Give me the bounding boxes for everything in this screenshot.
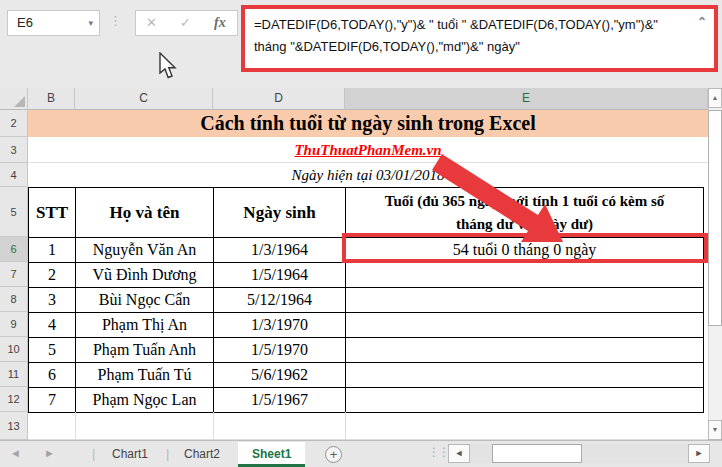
brand-link-text[interactable]: ThuThuatPhanMem.vn: [294, 142, 441, 158]
cell-D10[interactable]: 1/5/1970: [214, 338, 346, 363]
tab-sheet1-active[interactable]: Sheet1: [238, 442, 305, 467]
select-all-triangle-icon: [14, 96, 25, 107]
horizontal-scrollbar-thumb[interactable]: [492, 444, 582, 463]
cell-E8[interactable]: [346, 288, 704, 313]
table-row: 6 Phạm Tuấn Tú 5/6/1962: [29, 363, 704, 388]
cell-B8[interactable]: 3: [29, 288, 76, 313]
row-header-9[interactable]: 9: [0, 312, 28, 337]
name-box-dropdown-icon[interactable]: ▾: [88, 11, 93, 35]
tab-chart2[interactable]: Chart2: [170, 442, 234, 467]
cell-E9[interactable]: [346, 313, 704, 338]
cell-D6[interactable]: 1/3/1964: [214, 238, 346, 263]
tab-nav-right-icon[interactable]: ►: [44, 447, 55, 459]
current-date-cell[interactable]: Ngày hiện tại 03/01/2018: [28, 163, 708, 187]
tab-divider: |: [166, 446, 169, 461]
cancel-icon[interactable]: ✕: [146, 11, 157, 35]
cell-C12[interactable]: Phạm Ngọc Lan: [76, 388, 214, 413]
row-header-12[interactable]: 12: [0, 387, 28, 412]
row-header-4[interactable]: 4: [0, 163, 28, 187]
scroll-up-icon[interactable]: ▲: [708, 88, 722, 108]
row-header-10[interactable]: 10: [0, 337, 28, 362]
cell-C6[interactable]: Nguyễn Văn An: [76, 238, 214, 263]
insert-function-icon[interactable]: fx: [214, 11, 226, 35]
cell-D11[interactable]: 5/6/1962: [214, 363, 346, 388]
tab-chart1[interactable]: Chart1: [98, 442, 162, 467]
row-header-6[interactable]: 6: [0, 237, 28, 262]
cell-E11[interactable]: [346, 363, 704, 388]
formula-line-2: tháng "&DATEDIF(D6,TODAY(),"md")&" ngày": [254, 36, 686, 58]
column-header-E[interactable]: E: [345, 88, 708, 110]
gridline: [345, 412, 346, 440]
cell-B10[interactable]: 5: [29, 338, 76, 363]
excel-window: E6 ▾ ⋮ ✕ ✓ fx =DATEDIF(D6,TODAY(),"y")& …: [0, 0, 722, 467]
gridline: [213, 412, 214, 440]
header-cell-stt[interactable]: STT: [29, 188, 76, 238]
row-header-2[interactable]: 2: [0, 110, 28, 137]
table-row: 3 Bùi Ngọc Cẩn 5/12/1964: [29, 288, 704, 313]
cell-B11[interactable]: 6: [29, 363, 76, 388]
scroll-right-icon[interactable]: ►: [688, 444, 710, 463]
row-header-8[interactable]: 8: [0, 287, 28, 312]
row-header-13[interactable]: 13: [0, 412, 28, 440]
cell-C7[interactable]: Vũ Đình Dương: [76, 263, 214, 288]
cell-D7[interactable]: 1/5/1964: [214, 263, 346, 288]
cell-B7[interactable]: 2: [29, 263, 76, 288]
formula-toolbar: E6 ▾ ⋮ ✕ ✓ fx =DATEDIF(D6,TODAY(),"y")& …: [0, 0, 722, 88]
column-header-C[interactable]: C: [75, 88, 213, 110]
brand-link-cell[interactable]: ThuThuatPhanMem.vn: [28, 137, 708, 163]
add-sheet-icon[interactable]: +: [325, 446, 342, 463]
sheet-title-cell[interactable]: Cách tính tuổi từ ngày sinh trong Excel: [28, 110, 708, 137]
table-row: 7 Phạm Ngọc Lan 1/5/1967: [29, 388, 704, 413]
column-header-D[interactable]: D: [213, 88, 345, 110]
cell-C9[interactable]: Phạm Thị An: [76, 313, 214, 338]
tab-scrollbar-splitter-icon[interactable]: ⋮⋮: [428, 445, 448, 459]
cell-C8[interactable]: Bùi Ngọc Cẩn: [76, 288, 214, 313]
select-all-button[interactable]: [0, 88, 28, 110]
cell-E12[interactable]: [346, 388, 704, 413]
header-cell-age[interactable]: Tuổi (đủ 365 ngày mới tính 1 tuổi có kèm…: [346, 188, 704, 238]
toolbar-separator-dots: ⋮: [109, 13, 120, 28]
cell-C10[interactable]: Phạm Tuấn Anh: [76, 338, 214, 363]
tab-nav-left-icon[interactable]: ◄: [10, 447, 21, 459]
cell-D12[interactable]: 1/5/1967: [214, 388, 346, 413]
cell-E10[interactable]: [346, 338, 704, 363]
scroll-down-icon[interactable]: ▼: [708, 420, 722, 440]
header-cell-birthdate[interactable]: Ngày sinh: [214, 188, 346, 238]
table-row: 5 Phạm Tuấn Anh 1/5/1970: [29, 338, 704, 363]
cell-E7[interactable]: [346, 263, 704, 288]
scroll-left-icon[interactable]: ◄: [448, 444, 470, 463]
formula-bar[interactable]: =DATEDIF(D6,TODAY(),"y")& " tuổi " &DATE…: [241, 5, 718, 72]
row-header-7[interactable]: 7: [0, 262, 28, 287]
cell-B6[interactable]: 1: [29, 238, 76, 263]
cell-C11[interactable]: Phạm Tuấn Tú: [76, 363, 214, 388]
age-table: STT Họ và tên Ngày sinh Tuổi (đủ 365 ngà…: [28, 187, 704, 413]
cell-D9[interactable]: 1/3/1970: [214, 313, 346, 338]
name-box-value: E6: [17, 15, 33, 30]
cell-E6-selected[interactable]: 54 tuổi 0 tháng 0 ngày: [346, 238, 704, 263]
column-header-B[interactable]: B: [28, 88, 75, 110]
mouse-cursor-icon: [158, 52, 180, 80]
table-row: 1 Nguyễn Văn An 1/3/1964 54 tuổi 0 tháng…: [29, 238, 704, 263]
tab-divider: |: [92, 446, 95, 461]
formula-buttons: ✕ ✓ fx: [135, 10, 238, 36]
table-row: 4 Phạm Thị An 1/3/1970: [29, 313, 704, 338]
collapse-formula-bar-icon[interactable]: ⌃: [697, 15, 707, 29]
header-cell-name[interactable]: Họ và tên: [76, 188, 214, 238]
cell-B12[interactable]: 7: [29, 388, 76, 413]
enter-icon[interactable]: ✓: [180, 11, 191, 35]
vertical-scrollbar-thumb[interactable]: [708, 110, 722, 326]
row-header-5[interactable]: 5: [0, 187, 28, 237]
row-header-3[interactable]: 3: [0, 137, 28, 163]
gridline: [75, 412, 76, 440]
table-row: 2 Vũ Đình Dương 1/5/1964: [29, 263, 704, 288]
cell-B9[interactable]: 4: [29, 313, 76, 338]
row-header-11[interactable]: 11: [0, 362, 28, 387]
table-header-row: STT Họ và tên Ngày sinh Tuổi (đủ 365 ngà…: [29, 188, 704, 238]
cell-D8[interactable]: 5/12/1964: [214, 288, 346, 313]
formula-line-1: =DATEDIF(D6,TODAY(),"y")& " tuổi " &DATE…: [254, 14, 686, 36]
name-box[interactable]: E6 ▾: [7, 10, 100, 36]
